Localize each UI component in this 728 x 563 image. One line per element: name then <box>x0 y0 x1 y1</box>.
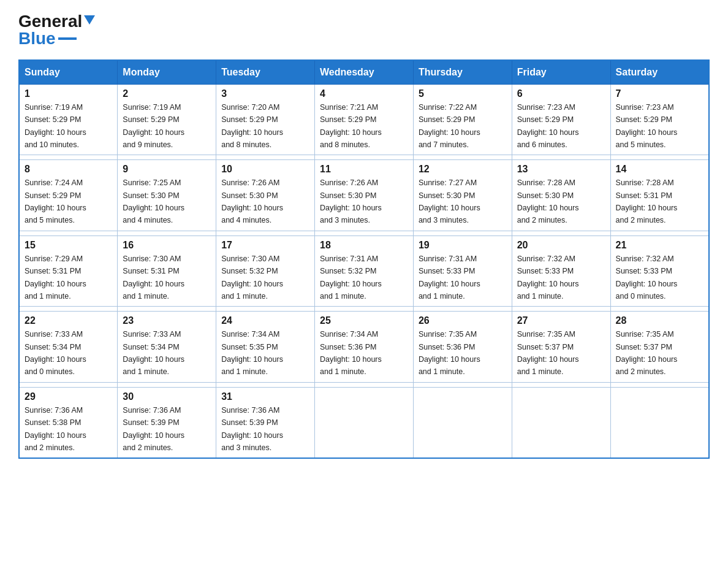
day-number: 23 <box>123 315 211 326</box>
day-info: Sunrise: 7:33 AMSunset: 5:34 PMDaylight:… <box>25 330 86 376</box>
column-header-monday: Monday <box>118 60 216 85</box>
day-info: Sunrise: 7:30 AMSunset: 5:32 PMDaylight:… <box>221 255 283 301</box>
spacer-cell <box>19 382 118 387</box>
day-info: Sunrise: 7:33 AMSunset: 5:34 PMDaylight:… <box>123 330 184 376</box>
spacer-cell <box>216 382 315 387</box>
spacer-cell <box>118 231 216 236</box>
day-info: Sunrise: 7:20 AMSunset: 5:29 PMDaylight:… <box>221 103 283 149</box>
day-info: Sunrise: 7:31 AMSunset: 5:33 PMDaylight:… <box>419 255 480 301</box>
day-info: Sunrise: 7:30 AMSunset: 5:31 PMDaylight:… <box>123 255 184 301</box>
spacer-cell <box>315 307 414 312</box>
calendar-cell: 9 Sunrise: 7:25 AMSunset: 5:30 PMDayligh… <box>118 160 216 231</box>
day-info: Sunrise: 7:32 AMSunset: 5:33 PMDaylight:… <box>517 255 579 301</box>
day-number: 20 <box>517 240 605 251</box>
calendar-week-row: 29 Sunrise: 7:36 AMSunset: 5:38 PMDaylig… <box>19 387 709 458</box>
calendar-header-row: SundayMondayTuesdayWednesdayThursdayFrid… <box>19 60 709 85</box>
calendar-cell <box>610 387 709 458</box>
day-number: 2 <box>123 88 211 99</box>
calendar-cell: 29 Sunrise: 7:36 AMSunset: 5:38 PMDaylig… <box>19 387 118 458</box>
day-info: Sunrise: 7:28 AMSunset: 5:30 PMDaylight:… <box>517 178 579 224</box>
spacer-cell <box>118 155 216 160</box>
day-number: 11 <box>320 164 408 175</box>
day-info: Sunrise: 7:23 AMSunset: 5:29 PMDaylight:… <box>517 103 579 149</box>
day-number: 13 <box>517 164 605 175</box>
spacer-cell <box>610 307 709 312</box>
day-info: Sunrise: 7:23 AMSunset: 5:29 PMDaylight:… <box>616 103 678 149</box>
calendar-cell: 27 Sunrise: 7:35 AMSunset: 5:37 PMDaylig… <box>512 312 610 383</box>
day-info: Sunrise: 7:36 AMSunset: 5:38 PMDaylight:… <box>25 406 86 452</box>
spacer-cell <box>19 307 118 312</box>
logo: General Blue <box>18 12 96 48</box>
day-number: 31 <box>221 391 309 402</box>
spacer-cell <box>610 382 709 387</box>
calendar-cell: 2 Sunrise: 7:19 AMSunset: 5:29 PMDayligh… <box>118 84 216 155</box>
day-info: Sunrise: 7:34 AMSunset: 5:35 PMDaylight:… <box>221 330 283 376</box>
spacer-cell <box>216 307 315 312</box>
calendar-cell: 22 Sunrise: 7:33 AMSunset: 5:34 PMDaylig… <box>19 312 118 383</box>
day-number: 10 <box>221 164 309 175</box>
day-number: 18 <box>320 240 408 251</box>
spacer-cell <box>610 155 709 160</box>
spacer-cell <box>216 155 315 160</box>
calendar-cell: 12 Sunrise: 7:27 AMSunset: 5:30 PMDaylig… <box>413 160 512 231</box>
day-info: Sunrise: 7:21 AMSunset: 5:29 PMDaylight:… <box>320 103 382 149</box>
day-info: Sunrise: 7:25 AMSunset: 5:30 PMDaylight:… <box>123 178 184 224</box>
day-number: 29 <box>25 391 112 402</box>
day-info: Sunrise: 7:26 AMSunset: 5:30 PMDaylight:… <box>320 178 382 224</box>
day-number: 1 <box>25 88 112 99</box>
day-info: Sunrise: 7:19 AMSunset: 5:29 PMDaylight:… <box>25 103 86 149</box>
calendar-cell: 16 Sunrise: 7:30 AMSunset: 5:31 PMDaylig… <box>118 236 216 307</box>
day-number: 25 <box>320 315 408 326</box>
calendar-cell: 15 Sunrise: 7:29 AMSunset: 5:31 PMDaylig… <box>19 236 118 307</box>
spacer-cell <box>19 155 118 160</box>
day-info: Sunrise: 7:27 AMSunset: 5:30 PMDaylight:… <box>419 178 480 224</box>
day-number: 4 <box>320 88 408 99</box>
day-info: Sunrise: 7:26 AMSunset: 5:30 PMDaylight:… <box>221 178 283 224</box>
day-info: Sunrise: 7:22 AMSunset: 5:29 PMDaylight:… <box>419 103 480 149</box>
calendar-cell <box>512 387 610 458</box>
day-number: 22 <box>25 315 112 326</box>
calendar-cell: 4 Sunrise: 7:21 AMSunset: 5:29 PMDayligh… <box>315 84 414 155</box>
spacer-cell <box>216 231 315 236</box>
column-header-tuesday: Tuesday <box>216 60 315 85</box>
day-info: Sunrise: 7:32 AMSunset: 5:33 PMDaylight:… <box>616 255 678 301</box>
day-info: Sunrise: 7:31 AMSunset: 5:32 PMDaylight:… <box>320 255 382 301</box>
day-number: 27 <box>517 315 605 326</box>
calendar-cell: 10 Sunrise: 7:26 AMSunset: 5:30 PMDaylig… <box>216 160 315 231</box>
calendar-cell: 1 Sunrise: 7:19 AMSunset: 5:29 PMDayligh… <box>19 84 118 155</box>
spacer-cell <box>512 307 610 312</box>
day-number: 24 <box>221 315 309 326</box>
calendar-table: SundayMondayTuesdayWednesdayThursdayFrid… <box>18 59 710 459</box>
day-number: 15 <box>25 240 112 251</box>
day-number: 19 <box>419 240 507 251</box>
calendar-cell <box>413 387 512 458</box>
day-info: Sunrise: 7:34 AMSunset: 5:36 PMDaylight:… <box>320 330 382 376</box>
day-info: Sunrise: 7:35 AMSunset: 5:37 PMDaylight:… <box>517 330 579 376</box>
calendar-cell: 6 Sunrise: 7:23 AMSunset: 5:29 PMDayligh… <box>512 84 610 155</box>
day-number: 14 <box>616 164 703 175</box>
calendar-cell: 23 Sunrise: 7:33 AMSunset: 5:34 PMDaylig… <box>118 312 216 383</box>
calendar-week-row: 22 Sunrise: 7:33 AMSunset: 5:34 PMDaylig… <box>19 312 709 383</box>
calendar-cell: 3 Sunrise: 7:20 AMSunset: 5:29 PMDayligh… <box>216 84 315 155</box>
calendar-cell: 28 Sunrise: 7:35 AMSunset: 5:37 PMDaylig… <box>610 312 709 383</box>
calendar-cell: 31 Sunrise: 7:36 AMSunset: 5:39 PMDaylig… <box>216 387 315 458</box>
calendar-cell: 21 Sunrise: 7:32 AMSunset: 5:33 PMDaylig… <box>610 236 709 307</box>
spacer-cell <box>19 231 118 236</box>
spacer-cell <box>118 382 216 387</box>
logo-blue-text: Blue <box>18 29 56 48</box>
calendar-cell: 26 Sunrise: 7:35 AMSunset: 5:36 PMDaylig… <box>413 312 512 383</box>
calendar-week-row: 1 Sunrise: 7:19 AMSunset: 5:29 PMDayligh… <box>19 84 709 155</box>
day-info: Sunrise: 7:36 AMSunset: 5:39 PMDaylight:… <box>221 406 283 452</box>
day-info: Sunrise: 7:28 AMSunset: 5:31 PMDaylight:… <box>616 178 678 224</box>
column-header-saturday: Saturday <box>610 60 709 85</box>
column-header-sunday: Sunday <box>19 60 118 85</box>
calendar-cell <box>315 387 414 458</box>
day-number: 8 <box>25 164 112 175</box>
spacer-cell <box>315 231 414 236</box>
day-number: 6 <box>517 88 605 99</box>
day-number: 3 <box>221 88 309 99</box>
calendar-cell: 13 Sunrise: 7:28 AMSunset: 5:30 PMDaylig… <box>512 160 610 231</box>
calendar-cell: 30 Sunrise: 7:36 AMSunset: 5:39 PMDaylig… <box>118 387 216 458</box>
day-number: 17 <box>221 240 309 251</box>
column-header-wednesday: Wednesday <box>315 60 414 85</box>
